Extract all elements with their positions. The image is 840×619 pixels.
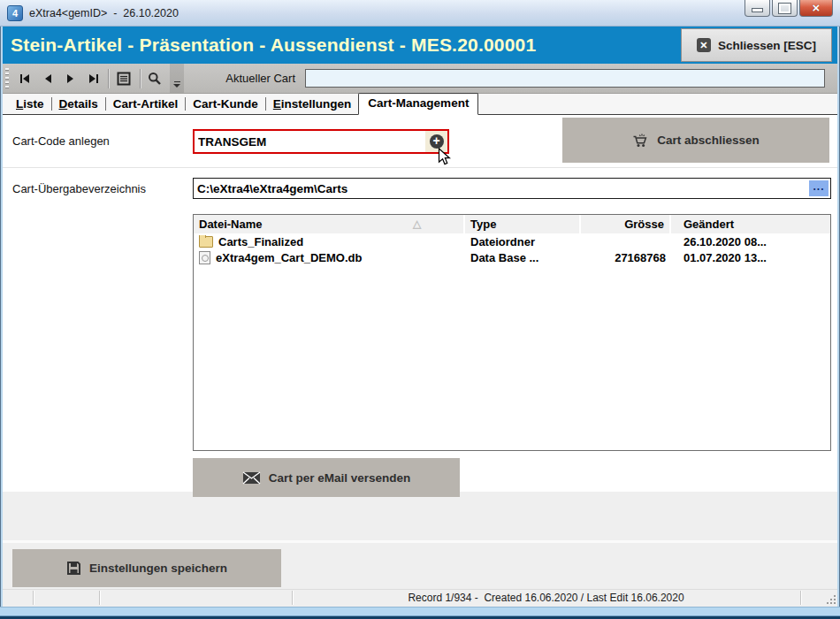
- tab-liste[interactable]: Liste: [9, 95, 51, 114]
- sort-ascending-icon: △: [413, 218, 421, 230]
- cart-code-label: Cart-Code anlegen: [12, 134, 110, 148]
- overflow-icon: [174, 81, 180, 83]
- tab-label: D: [59, 97, 68, 111]
- next-record-icon: [65, 73, 77, 84]
- close-icon: ×: [813, 0, 821, 15]
- app-icon: 4: [7, 5, 23, 21]
- plus-icon: +: [430, 134, 444, 149]
- next-record-button[interactable]: [60, 68, 81, 89]
- last-record-icon: [88, 73, 100, 84]
- toolbar-grip-handle[interactable]: [5, 68, 9, 89]
- divider: [0, 167, 840, 168]
- cart-code-input[interactable]: [195, 131, 425, 152]
- tab-strip: Liste Details Cart-Artikel Cart-Kunde Ei…: [0, 94, 840, 115]
- database-file-icon: [199, 251, 210, 264]
- toolbar: Aktueller Cart: [0, 64, 840, 94]
- einstellungen-speichern-label: Einstellungen speichern: [89, 562, 227, 575]
- file-modified: 01.07.2020 13...: [671, 251, 830, 264]
- folder-icon: [199, 236, 213, 248]
- window-border-left: [0, 27, 3, 607]
- statusbar-divider: [33, 591, 34, 605]
- dir-field: ...: [193, 178, 831, 199]
- page-title: Stein-Artikel - Präsentation - Aussendie…: [11, 27, 536, 64]
- list-view-icon: [117, 72, 131, 86]
- file-name: Carts_Finalized: [218, 235, 303, 248]
- file-list-header: Datei-Name Type Grösse Geändert △: [194, 215, 830, 233]
- toolbar-separator: [108, 69, 109, 88]
- first-record-icon: [19, 73, 31, 84]
- first-record-button[interactable]: [14, 68, 35, 89]
- toolbar-overflow-button[interactable]: [170, 64, 184, 93]
- tab-label: Cart-Management: [368, 96, 469, 110]
- file-type: Dateiordner: [465, 235, 581, 248]
- column-header-name[interactable]: Datei-Name: [194, 215, 465, 233]
- cart-abschliessen-button[interactable]: Cart abschliessen: [562, 118, 829, 163]
- cart-code-field: +: [193, 129, 449, 154]
- title-bar[interactable]: 4 eXtra4<gemID> - 26.10.2020: [0, 0, 840, 27]
- file-list: Datei-Name Type Grösse Geändert △ Carts_…: [193, 214, 831, 451]
- chevron-down-icon: [173, 84, 180, 88]
- einstellungen-speichern-button[interactable]: Einstellungen speichern: [12, 549, 281, 587]
- tab-cart-kunde[interactable]: Cart-Kunde: [186, 95, 265, 114]
- cart-per-email-label: Cart per eMail versenden: [269, 471, 411, 485]
- schliessen-esc-button[interactable]: ✕ Schliessen [ESC]: [681, 28, 832, 62]
- file-modified: 26.10.2020 08...: [671, 235, 830, 248]
- divider: [3, 540, 837, 543]
- envelope-icon: [242, 471, 261, 485]
- ellipsis-icon: ...: [813, 180, 824, 193]
- tab-cart-management[interactable]: Cart-Management: [358, 93, 478, 115]
- file-size: 27168768: [581, 251, 671, 264]
- tab-label: Cart-Kunde: [193, 97, 258, 111]
- previous-record-button[interactable]: [37, 68, 58, 89]
- file-row[interactable]: eXtra4gem_Cart_DEMO.db Data Base ... 271…: [194, 249, 830, 265]
- tab-label: etails: [67, 97, 98, 111]
- schliessen-esc-label: Schliessen [ESC]: [718, 39, 816, 52]
- tab-cart-artikel[interactable]: Cart-Artikel: [106, 95, 186, 114]
- maximize-button[interactable]: [772, 0, 798, 17]
- file-row[interactable]: Carts_Finalized Dateiordner 26.10.2020 0…: [194, 233, 830, 249]
- list-view-button[interactable]: [113, 68, 134, 89]
- tab-label: Cart-Artikel: [113, 97, 179, 111]
- tab-einstellungen[interactable]: Einstellungen: [266, 95, 359, 114]
- tab-label: iste: [23, 97, 43, 111]
- dir-input[interactable]: [194, 179, 807, 198]
- tab-label: instellungen: [281, 97, 352, 111]
- dir-label: Cart-Übergabeverzeichnis: [12, 182, 146, 195]
- file-name: eXtra4gem_Cart_DEMO.db: [216, 251, 362, 264]
- previous-record-icon: [42, 73, 54, 84]
- last-record-button[interactable]: [83, 68, 104, 89]
- search-icon: [148, 72, 162, 86]
- file-type: Data Base ...: [465, 251, 581, 264]
- statusbar-divider: [99, 591, 100, 605]
- column-header-type[interactable]: Type: [465, 215, 581, 233]
- close-x-icon: ✕: [697, 38, 711, 52]
- save-floppy-icon: [66, 561, 81, 576]
- cart-per-email-button[interactable]: Cart per eMail versenden: [193, 458, 460, 497]
- tab-details[interactable]: Details: [52, 95, 105, 114]
- search-button[interactable]: [144, 68, 165, 89]
- current-cart-input[interactable]: [305, 69, 825, 88]
- toolbar-separator: [140, 69, 141, 88]
- minimize-button[interactable]: [745, 0, 770, 17]
- tab-label: E: [273, 97, 281, 111]
- statusbar-divider: [800, 591, 801, 605]
- resize-grip[interactable]: [827, 595, 836, 605]
- column-header-modified[interactable]: Geändert: [671, 215, 830, 233]
- tab-label: L: [16, 97, 23, 111]
- close-button[interactable]: ×: [799, 0, 833, 17]
- column-header-size[interactable]: Grösse: [581, 215, 671, 233]
- shopping-cart-icon: [632, 133, 649, 148]
- window-title: eXtra4<gemID> - 26.10.2020: [29, 0, 179, 27]
- maximize-icon: [779, 4, 790, 13]
- mouse-cursor: [438, 148, 451, 166]
- minimize-icon: [752, 8, 763, 12]
- window-border-bottom: [0, 607, 840, 619]
- browse-directory-button[interactable]: ...: [809, 180, 829, 196]
- current-cart-label: Aktueller Cart: [210, 64, 295, 93]
- record-status-text: Record 1/934 - Created 16.06.2020 / Last…: [292, 589, 800, 607]
- cart-abschliessen-label: Cart abschliessen: [657, 134, 760, 147]
